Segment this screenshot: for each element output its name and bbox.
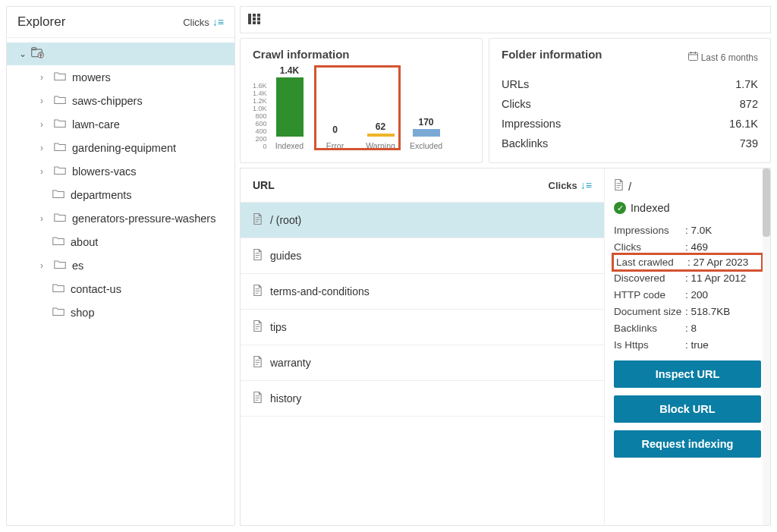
detail-value: : 11 Apr 2012 <box>685 272 746 284</box>
url-row[interactable]: terms-and-conditions <box>241 274 604 310</box>
block-url-button[interactable]: Block URL <box>614 395 761 423</box>
chevron-right-icon: › <box>40 72 48 83</box>
svg-rect-10 <box>688 53 697 61</box>
detail-key: Document size <box>614 306 685 317</box>
tree-item[interactable]: ›blowers-vacs <box>7 159 234 183</box>
url-row[interactable]: warranty <box>241 345 604 381</box>
view-grid-icon[interactable] <box>248 14 260 27</box>
explorer-sidebar: Explorer Clicks ↓≡ ⌄ ›mowers›saws-chippe… <box>6 6 235 526</box>
tree-item[interactable]: ›es <box>7 253 234 277</box>
chevron-right-icon: › <box>40 96 48 106</box>
tree-item-label: contact-us <box>71 283 121 295</box>
folder-icon <box>52 188 64 201</box>
tree-item[interactable]: ›generators-pressure-washers <box>7 206 234 230</box>
chevron-right-icon: › <box>40 260 48 271</box>
url-panel: URL Clicks ↓≡ / (root)guidesterms-and-co… <box>240 168 771 526</box>
tree-item[interactable]: ›saws-chippers <box>7 89 234 112</box>
svg-rect-1 <box>32 48 36 50</box>
svg-rect-9 <box>257 21 260 24</box>
metric-label: Impressions <box>502 118 561 130</box>
url-row-label: terms-and-conditions <box>270 285 370 297</box>
tree-item[interactable]: contact-us <box>7 277 234 301</box>
url-row-label: history <box>270 392 301 405</box>
svg-rect-6 <box>253 21 256 24</box>
sort-descending-icon: ↓≡ <box>580 180 592 190</box>
tree-item[interactable]: about <box>7 230 234 253</box>
url-row[interactable]: history <box>241 381 604 417</box>
chevron-right-icon: › <box>40 166 48 177</box>
explorer-sort[interactable]: Clicks ↓≡ <box>183 17 224 28</box>
toolbar <box>240 6 771 33</box>
detail-key: HTTP code <box>614 289 685 301</box>
metric-value: 872 <box>740 98 758 110</box>
chart-y-axis: 1.6K1.4K1.2K1.0K8006004002000 <box>253 82 267 150</box>
folder-card-title: Folder information <box>502 48 602 61</box>
folder-tree: ⌄ ›mowers›saws-chippers›lawn-care›garden… <box>7 38 234 329</box>
inspect-url-button[interactable]: Inspect URL <box>614 360 761 388</box>
page-icon <box>253 320 263 334</box>
tree-item-label: lawn-care <box>72 118 120 131</box>
url-list-sort[interactable]: Clicks ↓≡ <box>549 180 592 191</box>
tree-item-label: es <box>72 260 83 272</box>
tree-root[interactable]: ⌄ <box>7 42 234 65</box>
svg-rect-5 <box>253 17 256 20</box>
metric-label: URLs <box>502 78 529 90</box>
url-list-header: URL Clicks ↓≡ <box>241 168 604 203</box>
bar-error[interactable]: 0 Error <box>317 124 354 150</box>
folder-icon <box>54 94 66 107</box>
detail-kv-row: Backlinks: 8 <box>614 320 761 336</box>
page-icon <box>253 392 263 405</box>
bar-excluded[interactable]: 170 Excluded <box>408 117 445 150</box>
folder-icon <box>54 71 66 83</box>
explorer-header: Explorer Clicks ↓≡ <box>7 7 234 38</box>
scrollbar[interactable] <box>763 168 770 525</box>
bar-indexed[interactable]: 1.4K Indexed <box>272 65 308 150</box>
detail-value: : 8 <box>685 323 697 334</box>
tree-item[interactable]: ›gardening-equipment <box>7 136 234 159</box>
metric-row: Impressions16.1K <box>502 114 758 134</box>
detail-kv-row: Impressions: 7.0K <box>614 222 761 238</box>
tree-item[interactable]: departments <box>7 183 234 206</box>
page-icon <box>253 249 263 263</box>
url-row[interactable]: / (root) <box>241 203 604 238</box>
detail-key: Is Https <box>614 339 685 351</box>
tree-item-label: saws-chippers <box>72 95 143 107</box>
metric-value: 739 <box>740 137 758 150</box>
url-row[interactable]: tips <box>241 310 604 345</box>
url-row-label: / (root) <box>270 214 301 226</box>
metric-row: Clicks872 <box>502 94 758 114</box>
sort-descending-icon: ↓≡ <box>212 17 224 27</box>
detail-value: : true <box>685 339 709 351</box>
request-indexing-button[interactable]: Request indexing <box>614 430 761 458</box>
folder-icon <box>52 282 64 295</box>
tree-item[interactable]: ›mowers <box>7 65 234 89</box>
chevron-right-icon: › <box>40 213 48 224</box>
metric-row: URLs1.7K <box>502 74 758 94</box>
folder-icon <box>54 165 66 178</box>
tree-item[interactable]: shop <box>7 301 234 324</box>
detail-key: Discovered <box>614 272 685 284</box>
folder-icon <box>54 118 66 131</box>
crawl-info-card: Crawl information 1.6K1.4K1.2K1.0K800600… <box>240 38 483 163</box>
info-cards-row: Crawl information 1.6K1.4K1.2K1.0K800600… <box>240 38 771 163</box>
url-row[interactable]: guides <box>241 238 604 274</box>
metric-value: 16.1K <box>729 118 758 130</box>
url-row-label: tips <box>270 321 287 333</box>
globe-folder-icon <box>31 47 45 61</box>
tree-item-label: departments <box>71 189 132 201</box>
url-column-header[interactable]: URL <box>253 179 275 191</box>
folder-metrics: URLs1.7KClicks872Impressions16.1KBacklin… <box>502 74 758 153</box>
sort-label: Clicks <box>183 17 209 28</box>
page-icon <box>614 179 624 193</box>
metric-row: Backlinks739 <box>502 134 758 153</box>
tree-item[interactable]: ›lawn-care <box>7 112 234 136</box>
period-selector[interactable]: Last 6 months <box>688 52 758 63</box>
check-circle-icon: ✓ <box>614 202 626 214</box>
explorer-title: Explorer <box>17 14 65 30</box>
tree-item-label: about <box>71 236 98 248</box>
bar-warning[interactable]: 62 Warning <box>363 121 399 150</box>
detail-key: Impressions <box>614 225 685 236</box>
scrollbar-thumb[interactable] <box>763 168 770 237</box>
tree-item-label: shop <box>71 307 94 319</box>
index-status: ✓ Indexed <box>614 202 761 214</box>
